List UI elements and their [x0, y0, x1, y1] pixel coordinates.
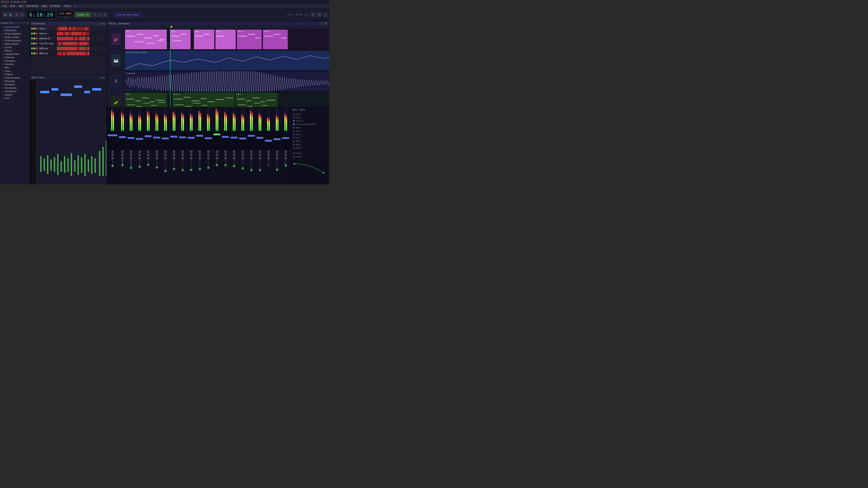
- send-knob-9[interactable]: [190, 151, 193, 153]
- ch-label-9[interactable]: French Horn: [190, 160, 192, 168]
- pan-knob-19[interactable]: [276, 157, 278, 160]
- pattern-block-0-15[interactable]: [88, 27, 89, 31]
- pattern-block-1-3[interactable]: [63, 32, 65, 35]
- pattern-block-1-2[interactable]: [61, 32, 63, 35]
- ch-red-2[interactable]: [35, 37, 37, 39]
- pan-knob-17[interactable]: [258, 157, 261, 160]
- pattern-block-0-8[interactable]: [73, 27, 75, 31]
- effects-slot-4[interactable]: Slot 4: [292, 126, 328, 129]
- browser-item-projects[interactable]: ▸Projects: [0, 73, 30, 76]
- record-button[interactable]: ●: [20, 12, 25, 17]
- mixer-channel-10[interactable]: 10 Bass Drum: [195, 107, 204, 184]
- channel-row-4[interactable]: MIDI out: [30, 46, 106, 51]
- pattern-block-1-7[interactable]: [71, 32, 73, 35]
- mixer-icon[interactable]: M: [92, 12, 97, 17]
- mixer-channel-2[interactable]: 2 Synth Arp: [127, 107, 135, 184]
- pan-knob-3[interactable]: [138, 157, 141, 160]
- ch-label-11[interactable]: Trumpets: [208, 160, 209, 166]
- send-knob-13[interactable]: [224, 151, 227, 153]
- browser-item-misc[interactable]: ▸Misc: [0, 66, 30, 69]
- mixer-channel-19[interactable]: 19 Undersound: [273, 107, 281, 184]
- mixer-channel-3[interactable]: 3 Additive: [135, 107, 144, 184]
- minimize-button[interactable]: ─: [4, 1, 6, 3]
- send-knob-10[interactable]: [198, 151, 201, 153]
- effects-slot-5[interactable]: Slot 5: [292, 129, 328, 133]
- ch-yellow-3[interactable]: [33, 42, 35, 44]
- pattern-block-1-0[interactable]: [57, 32, 59, 35]
- mixer-channel-11[interactable]: 11 Trumpets: [204, 107, 213, 184]
- menu-add[interactable]: ADD: [17, 5, 25, 8]
- fader-track-7[interactable]: [170, 132, 178, 150]
- mixer-channel-16[interactable]: 16 Bass Drum 2: [247, 107, 256, 184]
- effects-slot-7[interactable]: Slot 7: [292, 136, 328, 140]
- fader-track-20[interactable]: [282, 132, 289, 150]
- fader-track-4[interactable]: [144, 132, 152, 150]
- fader-track-1[interactable]: [119, 132, 126, 150]
- send-knob2-4[interactable]: [147, 154, 150, 156]
- pan-knob-16[interactable]: [250, 157, 253, 160]
- pattern-block-2-6[interactable]: [69, 37, 71, 40]
- mixer-channel-17[interactable]: 17 Percussion 3: [256, 107, 264, 184]
- pattern-block-3-10[interactable]: [77, 42, 79, 45]
- menu-patterns[interactable]: PATTERNS: [25, 5, 39, 8]
- send-knob-15[interactable]: [241, 151, 244, 153]
- ch-active-led-8[interactable]: [182, 169, 184, 171]
- ch-green-0[interactable]: [31, 28, 33, 30]
- mixer-channel-12[interactable]: 12 Piano: [213, 107, 221, 184]
- pan-knob-18[interactable]: [267, 157, 270, 160]
- channel-row-5[interactable]: MIDI out: [30, 51, 106, 56]
- menu-tools[interactable]: TOOLS: [62, 5, 72, 8]
- fader-track-10[interactable]: [196, 132, 204, 150]
- mixer-ch-num-6[interactable]: 6: [165, 108, 166, 109]
- menu-edit[interactable]: EDIT: [9, 5, 17, 8]
- pattern-block-4-13[interactable]: [84, 47, 85, 51]
- effects-slot-10[interactable]: Slot 10: [292, 147, 328, 150]
- fader-knob-19[interactable]: [274, 138, 281, 140]
- online-news-button[interactable]: Click for online news: [113, 12, 142, 17]
- channel-pattern-3[interactable]: [57, 41, 106, 46]
- ch-yellow-4[interactable]: [33, 47, 35, 50]
- ch-label-18[interactable]: Quiet: [268, 160, 269, 164]
- pattern-button[interactable]: Pattern 28: [75, 12, 91, 17]
- ch-active-led-5[interactable]: [156, 166, 158, 168]
- fader-knob-6[interactable]: [162, 138, 169, 139]
- pattern-block-3-12[interactable]: [81, 42, 83, 45]
- pan-knob-6[interactable]: [164, 157, 167, 160]
- ch-active-led-18[interactable]: [268, 164, 270, 166]
- channel-row-2[interactable]: Harmor #2: [30, 36, 106, 41]
- pattern-block-4-2[interactable]: [61, 47, 63, 51]
- pattern-block-4-3[interactable]: [63, 47, 65, 51]
- channel-row-0[interactable]: Host 1: [30, 26, 106, 31]
- pattern-block-1-5[interactable]: [67, 32, 69, 35]
- pattern-block-3-1[interactable]: [59, 42, 61, 45]
- pattern-block-5-9[interactable]: [75, 52, 77, 55]
- ch-label-6[interactable]: String Section: [164, 160, 166, 170]
- ch-active-led-20[interactable]: [285, 164, 287, 166]
- pattern-block-3-11[interactable]: [79, 42, 81, 45]
- close-button[interactable]: ✕: [1, 1, 3, 3]
- pattern-block-2-10[interactable]: [77, 37, 79, 40]
- send-slot-1[interactable]: (none): [292, 152, 328, 155]
- send-knob2-15[interactable]: [241, 154, 244, 156]
- pan-knob-20[interactable]: [284, 157, 287, 160]
- play-button[interactable]: ▶: [8, 12, 13, 17]
- effects-slot-1[interactable]: Slot 2: [292, 116, 328, 119]
- fader-track-18[interactable]: [265, 132, 272, 150]
- pattern-block-5-12[interactable]: [81, 52, 83, 55]
- ch-label-13[interactable]: Brass: [225, 160, 226, 164]
- mixer-channel-8[interactable]: 8 Percussion 2: [178, 107, 187, 184]
- pan-knob-2[interactable]: [130, 157, 132, 160]
- send-knob-18[interactable]: [267, 151, 270, 153]
- fader-knob-9[interactable]: [188, 137, 195, 139]
- pattern-block-5-14[interactable]: [86, 52, 87, 55]
- send-knob-20[interactable]: [284, 151, 287, 153]
- pan-knob-8[interactable]: [181, 157, 184, 160]
- pattern-block-0-9[interactable]: [75, 27, 77, 31]
- mixer-ch-num-11[interactable]: 11: [208, 108, 209, 109]
- mixer-channels-area[interactable]: M Master 1: [107, 107, 291, 184]
- pattern-block-0-7[interactable]: [71, 27, 73, 31]
- pattern-block-3-4[interactable]: [65, 42, 67, 45]
- ch-yellow-2[interactable]: [33, 37, 35, 39]
- ch-label-12[interactable]: Piano: [216, 160, 218, 164]
- browser-add-icon[interactable]: +: [27, 22, 29, 24]
